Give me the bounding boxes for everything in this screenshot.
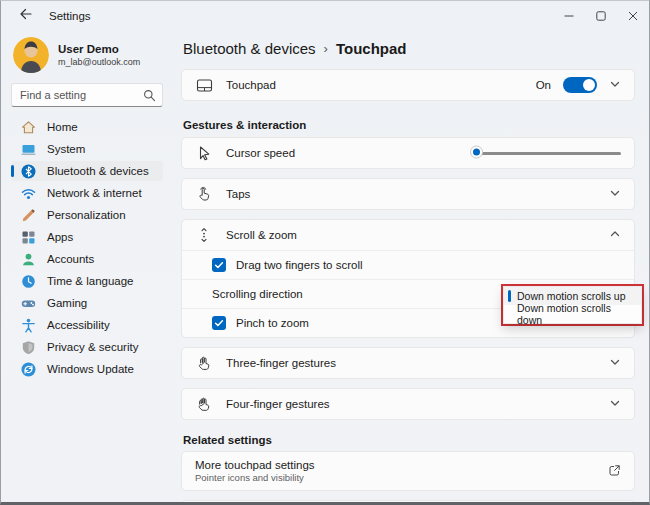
taps-label: Taps [226, 188, 250, 200]
sidebar-item-label: Gaming [47, 297, 87, 309]
sidebar-item-label: Network & internet [47, 187, 142, 199]
touchpad-toggle-state: On [536, 79, 551, 91]
touchpad-row[interactable]: Touchpad On [182, 70, 634, 100]
sidebar-item-label: Accessibility [47, 319, 110, 331]
system-icon [21, 142, 36, 157]
personalization-icon [21, 208, 36, 223]
sidebar-nav: Home System Bluetooth & devices Network … [11, 117, 163, 379]
dropdown-option-label: Down motion scrolls down [517, 302, 633, 326]
search-icon [143, 88, 156, 106]
back-button[interactable] [11, 4, 39, 28]
scroll-zoom-card: Scroll & zoom Drag two fingers to scroll… [181, 219, 635, 338]
pinch-to-zoom-label: Pinch to zoom [236, 317, 309, 329]
three-finger-gesture-icon [195, 354, 213, 372]
advanced-gestures-card: Advanced gestures [181, 500, 635, 505]
cursor-speed-card: Cursor speed [181, 137, 635, 169]
window-controls [553, 1, 649, 31]
sidebar-item-label: Accounts [47, 253, 94, 265]
main-content: Bluetooth & devices › Touchpad Touchpad … [173, 31, 649, 502]
cursor-speed-slider-thumb[interactable] [470, 145, 483, 158]
sidebar-item-time-language[interactable]: Time & language [11, 271, 163, 291]
more-touchpad-label: More touchpad settings [195, 459, 315, 471]
scrolling-direction-label: Scrolling direction [212, 288, 303, 300]
page-title: Touchpad [336, 40, 407, 57]
gestures-section-label: Gestures & interaction [183, 119, 635, 131]
taps-row[interactable]: Taps [182, 179, 634, 209]
privacy-icon [21, 340, 36, 355]
chevron-up-icon[interactable] [609, 228, 621, 242]
three-finger-row[interactable]: Three-finger gestures [182, 348, 634, 378]
advanced-gestures-row[interactable]: Advanced gestures [182, 501, 634, 505]
four-finger-row[interactable]: Four-finger gestures [182, 389, 634, 419]
user-email: m_lab@outlook.com [58, 57, 140, 68]
sidebar-item-accounts[interactable]: Accounts [11, 249, 163, 269]
close-button[interactable] [617, 1, 649, 31]
cursor-speed-slider[interactable] [476, 145, 621, 161]
sidebar-item-bluetooth-devices[interactable]: Bluetooth & devices [11, 161, 163, 181]
sidebar-item-system[interactable]: System [11, 139, 163, 159]
app-body: User Demo m_lab@outlook.com Home System [1, 31, 649, 502]
four-finger-gesture-icon [195, 395, 213, 413]
sidebar: User Demo m_lab@outlook.com Home System [1, 31, 173, 502]
back-arrow-icon [18, 7, 32, 25]
drag-two-fingers-row: Drag two fingers to scroll [182, 250, 634, 279]
touchpad-card: Touchpad On [181, 69, 635, 101]
more-touchpad-sublabel: Pointer icons and visibility [195, 472, 315, 483]
breadcrumb: Bluetooth & devices › Touchpad [183, 37, 635, 59]
settings-window: Settings [0, 0, 650, 505]
sidebar-item-home[interactable]: Home [11, 117, 163, 137]
three-finger-card: Three-finger gestures [181, 347, 635, 379]
home-icon [21, 120, 36, 135]
user-info: User Demo m_lab@outlook.com [58, 42, 140, 68]
titlebar: Settings [1, 1, 649, 31]
sidebar-item-privacy-security[interactable]: Privacy & security [11, 337, 163, 357]
bluetooth-icon [21, 164, 36, 179]
gaming-icon [21, 296, 36, 311]
touchpad-icon [195, 76, 213, 94]
sidebar-item-label: Bluetooth & devices [47, 165, 149, 177]
more-touchpad-row[interactable]: More touchpad settings Pointer icons and… [182, 452, 634, 490]
sidebar-item-label: Apps [47, 231, 73, 243]
breadcrumb-separator: › [324, 40, 328, 56]
maximize-button[interactable] [585, 1, 617, 31]
dropdown-option-label: Down motion scrolls up [517, 290, 626, 302]
search-input[interactable] [11, 83, 163, 107]
drag-two-fingers-checkbox[interactable] [212, 258, 226, 272]
pinch-to-zoom-checkbox[interactable] [212, 316, 226, 330]
sidebar-item-label: System [47, 143, 85, 155]
cursor-speed-label: Cursor speed [226, 147, 295, 159]
apps-icon [21, 230, 36, 245]
user-name: User Demo [58, 42, 140, 56]
sidebar-item-gaming[interactable]: Gaming [11, 293, 163, 313]
scroll-icon [195, 226, 213, 244]
time-language-icon [21, 274, 36, 289]
four-finger-card: Four-finger gestures [181, 388, 635, 420]
dropdown-option-scrolls-down[interactable]: Down motion scrolls down [504, 305, 641, 323]
sidebar-item-windows-update[interactable]: Windows Update [11, 359, 163, 379]
touchpad-toggle[interactable] [563, 77, 597, 93]
breadcrumb-parent[interactable]: Bluetooth & devices [183, 40, 316, 57]
scroll-zoom-header-row[interactable]: Scroll & zoom [182, 220, 634, 250]
touchpad-label: Touchpad [226, 79, 276, 91]
scroll-zoom-label: Scroll & zoom [226, 229, 297, 241]
user-profile[interactable]: User Demo m_lab@outlook.com [13, 37, 163, 73]
app-title: Settings [49, 10, 91, 22]
minimize-button[interactable] [553, 1, 585, 31]
chevron-down-icon[interactable] [609, 397, 621, 411]
network-icon [21, 186, 36, 201]
sidebar-item-personalization[interactable]: Personalization [11, 205, 163, 225]
accounts-icon [21, 252, 36, 267]
slider-track[interactable] [476, 152, 621, 155]
maximize-icon [596, 7, 606, 25]
drag-two-fingers-label: Drag two fingers to scroll [236, 259, 363, 271]
sidebar-item-network-internet[interactable]: Network & internet [11, 183, 163, 203]
chevron-down-icon[interactable] [609, 78, 621, 92]
sidebar-item-label: Personalization [47, 209, 126, 221]
chevron-down-icon[interactable] [609, 356, 621, 370]
sidebar-item-accessibility[interactable]: Accessibility [11, 315, 163, 335]
sidebar-item-apps[interactable]: Apps [11, 227, 163, 247]
avatar [13, 37, 49, 73]
cursor-speed-row: Cursor speed [182, 138, 634, 168]
chevron-down-icon[interactable] [609, 187, 621, 201]
check-icon [214, 318, 224, 328]
